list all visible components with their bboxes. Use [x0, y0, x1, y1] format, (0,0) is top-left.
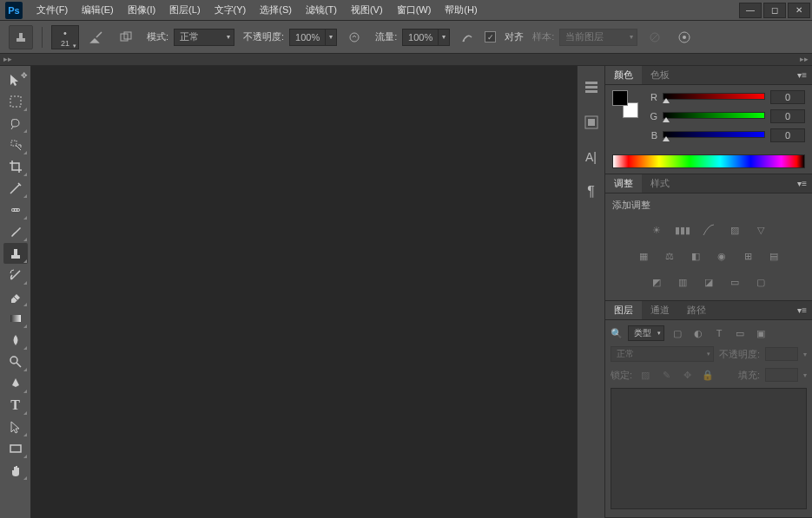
clone-stamp-tool[interactable] — [3, 243, 28, 264]
brightness-icon[interactable]: ☀ — [647, 222, 666, 238]
b-slider[interactable] — [663, 131, 765, 140]
g-value[interactable]: 0 — [770, 109, 805, 123]
brush-tool[interactable] — [3, 221, 28, 242]
filter-shape-icon[interactable]: ▭ — [732, 325, 748, 341]
menu-layer[interactable]: 图层(L) — [162, 0, 207, 20]
character-panel-icon[interactable]: A| — [582, 148, 601, 167]
maximize-button[interactable]: ◻ — [763, 3, 786, 18]
eyedropper-tool[interactable] — [3, 178, 28, 199]
channels-tab[interactable]: 通道 — [642, 301, 678, 319]
color-balance-icon[interactable]: ⚖ — [660, 248, 679, 264]
menu-help[interactable]: 帮助(H) — [438, 0, 484, 20]
styles-tab[interactable]: 样式 — [642, 174, 678, 193]
gradient-tool[interactable] — [3, 308, 28, 329]
adjustments-tab[interactable]: 调整 — [605, 174, 642, 193]
adjust-panel-menu-icon[interactable]: ▾≡ — [792, 179, 812, 188]
lasso-tool[interactable] — [3, 113, 28, 134]
lock-position-icon[interactable]: ✥ — [679, 367, 695, 383]
menu-image[interactable]: 图像(I) — [121, 0, 162, 20]
posterize-icon[interactable]: ▥ — [673, 274, 692, 290]
curves-icon[interactable] — [699, 222, 718, 238]
foreground-background-swatches[interactable] — [612, 90, 638, 118]
expand-toolbox-icon[interactable]: ▸▸ — [3, 55, 12, 63]
brush-panel-toggle-icon[interactable] — [84, 25, 109, 49]
selective-color-icon[interactable]: ▢ — [751, 274, 770, 290]
flow-value[interactable]: 100% — [402, 29, 439, 46]
bw-icon[interactable]: ◧ — [686, 248, 705, 264]
menu-window[interactable]: 窗口(W) — [390, 0, 439, 20]
close-button[interactable]: ✕ — [788, 3, 810, 18]
brush-preset-picker[interactable]: • 21 — [51, 25, 79, 49]
levels-icon[interactable]: ▮▮▮ — [673, 222, 692, 238]
color-lookup-icon[interactable]: ▤ — [764, 248, 783, 264]
menu-select[interactable]: 选择(S) — [253, 0, 299, 20]
threshold-icon[interactable]: ◪ — [699, 274, 718, 290]
color-panel-menu-icon[interactable]: ▾≡ — [792, 70, 812, 80]
layers-tab[interactable]: 图层 — [605, 301, 642, 319]
lock-transparent-icon[interactable]: ▨ — [637, 367, 653, 383]
dodge-tool[interactable] — [3, 351, 28, 372]
canvas-area[interactable] — [31, 66, 578, 518]
rectangle-tool[interactable] — [3, 438, 28, 459]
move-tool[interactable]: ✥ — [3, 69, 28, 90]
filter-type-icon[interactable]: T — [711, 325, 727, 341]
foreground-swatch[interactable] — [612, 90, 628, 106]
blur-tool[interactable] — [3, 330, 28, 351]
properties-panel-icon[interactable] — [582, 113, 601, 132]
airbrush-icon[interactable] — [455, 25, 479, 49]
fill-value[interactable] — [765, 368, 798, 382]
photo-filter-icon[interactable]: ◉ — [712, 248, 731, 264]
healing-brush-tool[interactable] — [3, 200, 28, 220]
filter-adjust-icon[interactable]: ◐ — [690, 325, 706, 341]
pressure-size-icon[interactable] — [672, 25, 696, 49]
opacity-dropdown[interactable]: ▾ — [325, 29, 337, 46]
hue-sat-icon[interactable]: ▦ — [634, 248, 653, 264]
color-spectrum[interactable] — [612, 154, 805, 168]
crop-tool[interactable] — [3, 156, 28, 177]
marquee-tool[interactable] — [3, 91, 28, 112]
invert-icon[interactable]: ◩ — [647, 274, 666, 290]
type-tool[interactable]: T — [3, 395, 28, 416]
r-value[interactable]: 0 — [770, 90, 805, 104]
filter-smart-icon[interactable]: ▣ — [753, 325, 769, 341]
pressure-opacity-icon[interactable] — [342, 25, 366, 49]
flow-dropdown[interactable]: ▾ — [438, 29, 450, 46]
paragraph-panel-icon[interactable]: ¶ — [582, 182, 601, 201]
layers-panel-menu-icon[interactable]: ▾≡ — [792, 305, 812, 315]
gradient-map-icon[interactable]: ▭ — [725, 274, 744, 290]
paths-tab[interactable]: 路径 — [678, 301, 715, 319]
tool-preset-picker[interactable] — [9, 25, 33, 49]
pen-tool[interactable] — [3, 373, 28, 394]
g-slider[interactable] — [663, 112, 765, 121]
menu-file[interactable]: 文件(F) — [30, 0, 75, 20]
hand-tool[interactable] — [3, 460, 28, 481]
filter-type-dropdown[interactable]: 类型 — [628, 325, 664, 341]
blend-mode-dropdown[interactable]: 正常 — [174, 29, 234, 46]
color-tab[interactable]: 颜色 — [605, 66, 642, 84]
minimize-button[interactable]: — — [739, 3, 762, 18]
layers-list[interactable] — [611, 388, 807, 509]
collapse-panels-icon[interactable]: ▸▸ — [800, 55, 809, 63]
history-panel-icon[interactable] — [582, 78, 601, 97]
quick-select-tool[interactable] — [3, 134, 28, 155]
layer-opacity-value[interactable] — [765, 347, 798, 361]
eraser-tool[interactable] — [3, 286, 28, 307]
lock-all-icon[interactable]: 🔒 — [700, 367, 716, 383]
r-slider[interactable] — [663, 93, 765, 102]
menu-edit[interactable]: 编辑(E) — [75, 0, 121, 20]
vibrance-icon[interactable]: ▽ — [751, 222, 770, 238]
menu-view[interactable]: 视图(V) — [344, 0, 390, 20]
b-value[interactable]: 0 — [770, 128, 805, 142]
clone-source-panel-icon[interactable] — [114, 25, 138, 49]
opacity-value[interactable]: 100% — [289, 29, 326, 46]
history-brush-tool[interactable] — [3, 265, 28, 285]
path-select-tool[interactable] — [3, 416, 28, 437]
blend-mode-dropdown-layers[interactable]: 正常 — [611, 346, 714, 362]
filter-pixel-icon[interactable]: ▢ — [670, 325, 685, 341]
channel-mixer-icon[interactable]: ⊞ — [738, 248, 757, 264]
aligned-checkbox[interactable]: ✓ — [485, 31, 496, 43]
swatches-tab[interactable]: 色板 — [642, 66, 678, 84]
menu-type[interactable]: 文字(Y) — [208, 0, 254, 20]
lock-pixels-icon[interactable]: ✎ — [658, 367, 674, 383]
exposure-icon[interactable]: ▨ — [725, 222, 744, 238]
